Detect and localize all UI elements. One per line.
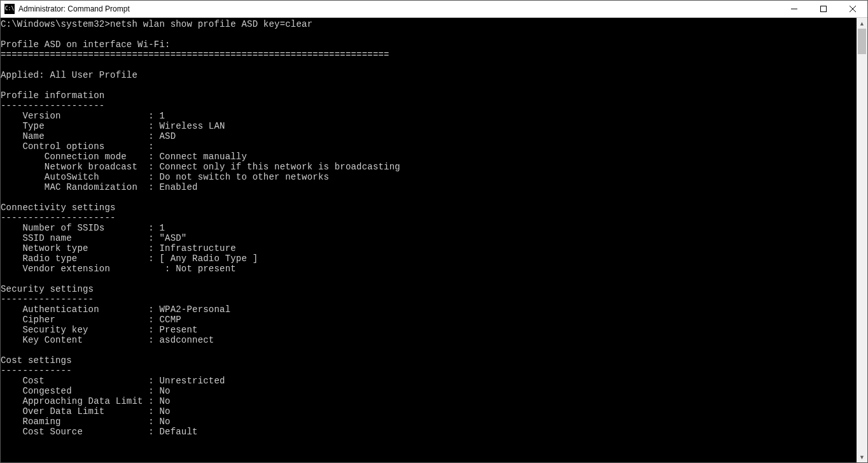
vertical-scrollbar[interactable]: ▲ ▼ — [857, 18, 867, 462]
titlebar[interactable]: C:\ Administrator: Command Prompt — [1, 1, 867, 18]
minimize-icon — [791, 6, 797, 12]
scroll-thumb[interactable] — [858, 29, 866, 54]
window-title: Administrator: Command Prompt — [18, 4, 130, 13]
terminal-output[interactable]: C:\Windows\system32>netsh wlan show prof… — [1, 18, 857, 462]
maximize-icon — [820, 6, 827, 12]
cmd-icon-text: C:\ — [5, 6, 14, 11]
scroll-down-arrow[interactable]: ▼ — [857, 452, 867, 462]
scroll-up-arrow[interactable]: ▲ — [857, 18, 867, 29]
cmd-icon: C:\ — [4, 4, 15, 14]
scroll-track[interactable] — [857, 29, 867, 452]
command-prompt-window: C:\ Administrator: Command Prompt C:\Win… — [0, 0, 868, 463]
close-icon — [850, 6, 856, 12]
content-area: C:\Windows\system32>netsh wlan show prof… — [1, 18, 867, 462]
maximize-button[interactable] — [809, 1, 838, 18]
minimize-button[interactable] — [780, 1, 809, 18]
close-button[interactable] — [838, 1, 867, 18]
svg-rect-1 — [821, 6, 827, 12]
